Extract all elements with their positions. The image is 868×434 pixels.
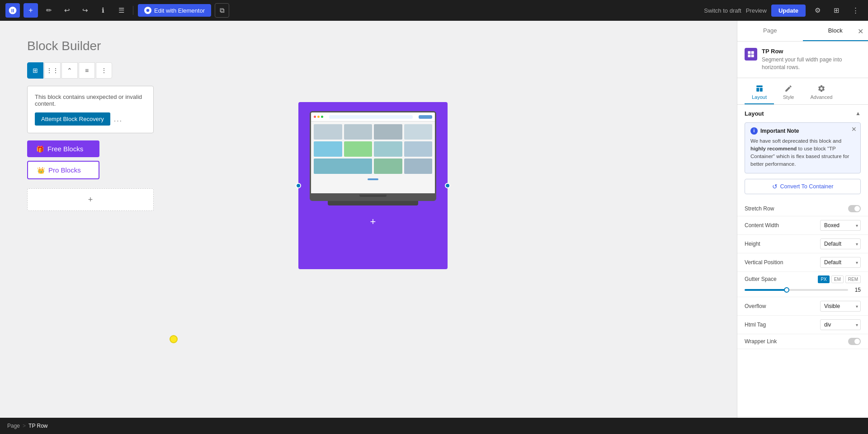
error-block-actions: Attempt Block Recovery ... xyxy=(35,112,146,126)
more-icon: ⋮ xyxy=(101,67,107,74)
preview-button[interactable]: Preview xyxy=(746,7,767,14)
overflow-label: Overflow xyxy=(745,303,820,309)
block-options-dots[interactable]: ... xyxy=(114,115,123,123)
vertical-position-select[interactable]: Default xyxy=(820,257,861,268)
gutter-label: Gutter Space xyxy=(745,276,818,282)
block-grid-btn[interactable]: ⊞ xyxy=(27,62,43,79)
update-button[interactable]: Update xyxy=(771,5,806,17)
settings-button[interactable]: ⚙ xyxy=(810,3,825,18)
block-arrow-btn[interactable]: ⌃ xyxy=(61,62,78,79)
vertical-position-setting: Vertical Position Default xyxy=(737,253,868,272)
img-tile-4 xyxy=(404,124,433,140)
more-icon: ⊞ xyxy=(834,6,840,14)
gutter-unit-em[interactable]: EM xyxy=(831,275,844,283)
gutter-row-top: Gutter Space PX EM REM xyxy=(745,275,861,283)
overflow-setting: Overflow Visible xyxy=(737,297,868,316)
html-tag-select[interactable]: div xyxy=(820,319,861,330)
height-select[interactable]: Default xyxy=(820,238,861,249)
info-button[interactable]: ℹ xyxy=(96,3,110,18)
layout-section-header[interactable]: Layout ▲ xyxy=(737,105,868,122)
gutter-unit-rem[interactable]: REM xyxy=(845,275,861,283)
wrapper-link-label: Wrapper Link xyxy=(745,338,848,345)
undo-button[interactable]: ↩ xyxy=(60,3,74,18)
list-icon: ☰ xyxy=(118,6,124,14)
undo-icon: ↩ xyxy=(64,6,70,14)
laptop-stand xyxy=(328,201,418,205)
img-tile-7 xyxy=(374,141,402,157)
important-note-close-button[interactable]: ✕ xyxy=(851,126,857,133)
content-width-label: Content Width xyxy=(745,222,820,229)
gutter-value: 15 xyxy=(852,287,861,293)
convert-icon: ↺ xyxy=(772,183,778,190)
tab-page[interactable]: Page xyxy=(737,21,803,41)
tools-icon: ✏ xyxy=(46,6,52,14)
more-options-button[interactable]: ⊞ xyxy=(829,3,844,18)
block-dots-btn[interactable]: ⋮⋮ xyxy=(44,62,61,79)
switch-to-draft-button[interactable]: Switch to draft xyxy=(704,7,741,14)
redo-button[interactable]: ↪ xyxy=(78,3,92,18)
important-note-body: We have soft deprecated this block and h… xyxy=(750,137,855,168)
html-tag-setting: Html Tag div xyxy=(737,316,868,334)
subtab-layout[interactable]: Layout xyxy=(745,82,774,104)
free-blocks-button[interactable]: 🎁 Free Blocks xyxy=(27,140,99,157)
panel-close-button[interactable]: ✕ xyxy=(858,27,863,35)
stretch-row-setting: Stretch Row xyxy=(737,201,868,216)
img-tile-5 xyxy=(314,141,342,157)
laptop-container xyxy=(310,111,436,210)
gutter-slider-row: 15 xyxy=(745,287,861,293)
copy-button[interactable]: ⧉ xyxy=(215,3,229,18)
add-block-area[interactable]: + xyxy=(27,188,154,211)
nav-dots xyxy=(311,178,435,180)
wp-logo xyxy=(5,3,20,18)
convert-to-container-button[interactable]: ↺ Convert To Container xyxy=(745,179,861,194)
screen-dot-red xyxy=(314,116,316,118)
screen-header xyxy=(311,112,435,121)
block-title: TP Row xyxy=(762,48,861,55)
important-note-title: i Important Note xyxy=(750,127,855,135)
stretch-row-toggle[interactable] xyxy=(848,205,861,212)
layout-chevron: ▲ xyxy=(855,110,861,117)
image-block: + xyxy=(298,102,448,269)
svg-point-0 xyxy=(146,9,150,12)
screen-dot-yellow xyxy=(317,116,320,118)
subtab-style[interactable]: Style xyxy=(776,82,801,104)
align-icon: ≡ xyxy=(85,67,89,74)
block-toolbar: ⊞ ⋮⋮ ⌃ ≡ ⋮ xyxy=(27,62,710,79)
block-info-text: TP Row Segment your full width page into… xyxy=(762,48,861,71)
edit-with-elementor-button[interactable]: Edit with Elementor xyxy=(138,4,211,17)
add-icon: + xyxy=(88,195,93,205)
content-width-select[interactable]: Boxed xyxy=(820,220,861,231)
overflow-select[interactable]: Visible xyxy=(820,301,861,312)
subtab-advanced[interactable]: Advanced xyxy=(803,82,840,104)
elementor-icon xyxy=(144,7,151,14)
block-more-btn[interactable]: ⋮ xyxy=(96,62,112,79)
pro-blocks-button[interactable]: 👑 Pro Blocks xyxy=(27,161,99,179)
block-description: Segment your full width page into horizo… xyxy=(762,56,861,71)
image-block-add[interactable]: + xyxy=(370,216,376,228)
error-block: This block contains unexpected or invali… xyxy=(27,86,154,133)
block-icon xyxy=(745,48,757,61)
attempt-recovery-button[interactable]: Attempt Block Recovery xyxy=(35,112,110,126)
copy-icon: ⧉ xyxy=(220,6,225,14)
add-block-button[interactable]: + xyxy=(24,3,38,18)
breadcrumb-page[interactable]: Page xyxy=(7,423,20,429)
info-icon: ℹ xyxy=(102,6,104,14)
breadcrumb-separator: > xyxy=(23,423,26,429)
gutter-unit-px[interactable]: PX xyxy=(818,275,829,283)
wrapper-link-toggle[interactable] xyxy=(848,338,861,345)
nav-dot-active xyxy=(368,178,378,180)
overflow-button[interactable]: ⋮ xyxy=(848,3,863,18)
list-button[interactable]: ☰ xyxy=(114,3,128,18)
gutter-slider-thumb[interactable] xyxy=(784,287,789,293)
breadcrumb-tp-row[interactable]: TP Row xyxy=(28,423,47,429)
gutter-slider-fill xyxy=(745,289,786,291)
svg-rect-6 xyxy=(756,88,759,91)
cursor xyxy=(170,335,178,343)
tools-button[interactable]: ✏ xyxy=(42,3,56,18)
height-wrapper: Default xyxy=(820,238,861,249)
block-align-btn[interactable]: ≡ xyxy=(79,62,95,79)
svg-rect-3 xyxy=(748,55,750,57)
dots-icon: ⋮⋮ xyxy=(46,67,59,74)
gutter-slider[interactable] xyxy=(745,289,848,291)
img-tile-10 xyxy=(374,159,402,174)
